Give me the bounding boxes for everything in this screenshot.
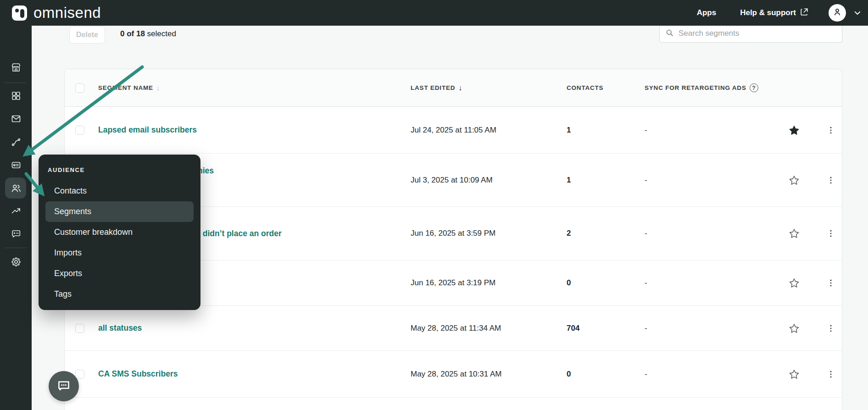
menu-item-tags[interactable]: Tags — [45, 284, 194, 305]
last-edited-cell: Jun 16, 2025 at 3:59 PM — [411, 229, 567, 238]
favorite-star-icon[interactable] — [788, 227, 800, 239]
row-menu-kebab-icon[interactable] — [825, 368, 837, 380]
table-header: SEGMENT NAME ↓ LAST EDITED ↓ CONTACTS SY… — [65, 69, 842, 107]
sort-down-icon-active[interactable]: ↓ — [458, 84, 462, 92]
row-menu-kebab-icon[interactable] — [825, 174, 837, 186]
row-menu-kebab-icon[interactable] — [825, 227, 837, 239]
sort-down-icon[interactable]: ↓ — [156, 84, 160, 92]
contacts-cell: 0 — [567, 278, 645, 288]
brand-name: omnisend — [33, 4, 101, 22]
store-icon[interactable] — [0, 57, 32, 78]
search-input[interactable] — [679, 29, 836, 38]
sidebar-divider — [5, 248, 27, 248]
favorite-star-icon[interactable] — [788, 124, 800, 136]
contacts-cell: 704 — [567, 324, 645, 333]
favorite-star-icon[interactable] — [788, 368, 800, 380]
table-row: all statuses May 28, 2025 at 11:34 AM 70… — [65, 306, 842, 351]
reports-trending-icon[interactable] — [0, 201, 32, 221]
col-last-edited[interactable]: LAST EDITED ↓ — [411, 84, 567, 92]
row-checkbox[interactable] — [75, 324, 84, 333]
row-checkbox[interactable] — [75, 126, 84, 135]
segment-name-link[interactable]: all statuses — [98, 323, 142, 332]
search-icon — [665, 28, 674, 39]
favorite-star-icon[interactable] — [788, 277, 800, 289]
omnisend-logo[interactable]: omnisend — [12, 4, 101, 22]
col-contacts: CONTACTS — [567, 84, 645, 91]
help-question-icon[interactable]: ? — [750, 83, 758, 92]
last-edited-cell: Jun 16, 2025 at 3:19 PM — [411, 278, 567, 288]
reviews-icon[interactable] — [0, 224, 32, 244]
sync-cell: - — [645, 229, 769, 238]
menu-item-segments[interactable]: Segments — [45, 201, 194, 222]
topbar-right: Apps Help & support — [697, 4, 862, 22]
sidebar-divider — [5, 83, 27, 83]
row-menu-kebab-icon[interactable] — [825, 124, 837, 136]
campaigns-mail-icon[interactable] — [0, 109, 32, 129]
contacts-cell: 1 — [567, 126, 645, 135]
audience-menu-popup: AUDIENCE Contacts Segments Customer brea… — [39, 155, 200, 310]
selection-count: 0 of 18 selected — [120, 29, 176, 39]
sync-cell: - — [645, 126, 769, 135]
apps-label: Apps — [697, 8, 717, 17]
table-row-partial — [65, 398, 842, 410]
topbar: omnisend Apps Help & support — [0, 0, 868, 26]
automation-icon[interactable] — [0, 132, 32, 152]
favorite-star-icon[interactable] — [788, 322, 800, 334]
table-row: CA SMS Subscribers May 28, 2025 at 10:31… — [65, 351, 842, 398]
last-edited-cell: Jul 3, 2025 at 10:09 AM — [411, 176, 567, 185]
omnisend-app: omnisend Apps Help & support — [0, 0, 868, 410]
audience-menu-title: AUDIENCE — [48, 166, 200, 173]
contacts-cell: 1 — [567, 176, 645, 185]
sync-cell: - — [645, 176, 769, 185]
col-segment-name[interactable]: SEGMENT NAME ↓ — [98, 84, 411, 92]
last-edited-cell: Jul 24, 2025 at 11:05 AM — [411, 126, 567, 135]
menu-item-contacts[interactable]: Contacts — [45, 181, 194, 201]
audience-icon[interactable] — [5, 177, 26, 199]
sync-cell: - — [645, 370, 769, 379]
omnisend-logo-icon — [12, 6, 27, 21]
chat-bubble-icon — [56, 378, 72, 395]
account-avatar[interactable] — [829, 4, 846, 22]
last-edited-cell: May 28, 2025 at 10:31 AM — [411, 370, 567, 379]
account-chevron-down-icon[interactable] — [853, 9, 862, 17]
forms-icon[interactable] — [0, 155, 32, 175]
external-link-icon — [800, 8, 808, 18]
favorite-star-icon[interactable] — [788, 174, 800, 186]
help-support-link[interactable]: Help & support — [740, 8, 808, 18]
col-sync-retargeting: SYNC FOR RETARGETING ADS ? — [645, 83, 769, 92]
row-menu-kebab-icon[interactable] — [825, 277, 837, 289]
select-all-checkbox[interactable] — [75, 83, 84, 93]
contacts-cell: 2 — [567, 229, 645, 238]
dashboard-grid-icon[interactable] — [0, 86, 32, 106]
person-icon — [832, 7, 842, 19]
row-menu-kebab-icon[interactable] — [825, 322, 837, 334]
chat-widget-button[interactable] — [49, 371, 79, 401]
sync-cell: - — [645, 278, 769, 288]
delete-button[interactable]: Delete — [69, 26, 105, 44]
row-checkbox[interactable] — [75, 370, 84, 379]
menu-item-customer-breakdown[interactable]: Customer breakdown — [45, 222, 194, 243]
last-edited-cell: May 28, 2025 at 11:34 AM — [411, 324, 567, 333]
selection-count-suffix: selected — [145, 29, 176, 38]
sidebar — [0, 26, 32, 410]
help-support-label: Help & support — [740, 8, 796, 17]
apps-link[interactable]: Apps — [697, 8, 717, 17]
selection-count-numbers: 0 of 18 — [120, 29, 145, 38]
segment-name-link[interactable]: t didn’t place an order — [198, 229, 282, 238]
menu-item-exports[interactable]: Exports — [45, 263, 194, 284]
contacts-cell: 0 — [567, 370, 645, 379]
segment-name-link[interactable]: Lapsed email subscribers — [98, 125, 197, 134]
sync-cell: - — [645, 324, 769, 333]
settings-gear-icon[interactable] — [0, 252, 32, 272]
menu-item-imports[interactable]: Imports — [45, 243, 194, 263]
table-row: Lapsed email subscribers Jul 24, 2025 at… — [65, 107, 842, 154]
segment-name-link[interactable]: CA SMS Subscribers — [98, 369, 178, 378]
search-segments — [659, 24, 842, 43]
audience-menu-list: Contacts Segments Customer breakdown Imp… — [39, 181, 200, 305]
